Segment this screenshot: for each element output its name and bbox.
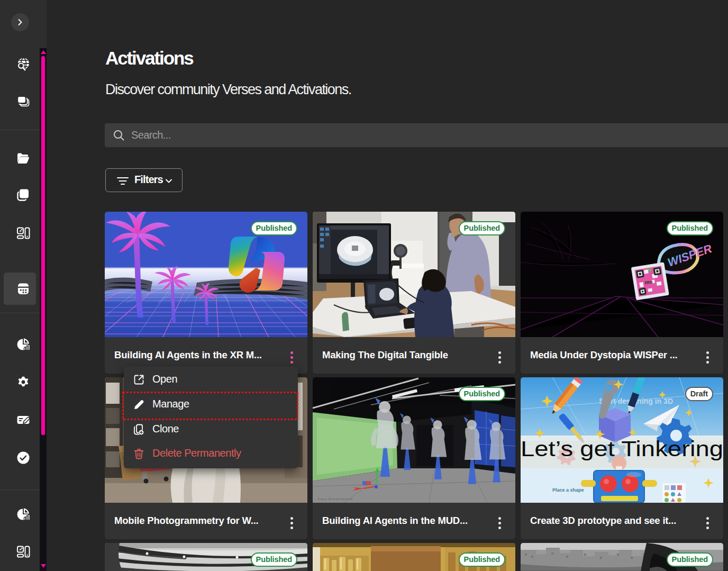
svg-text:Place a shape: Place a shape — [552, 487, 584, 493]
svg-text:mu: mu — [644, 278, 653, 285]
svg-text:Let’s get Tinkering: Let’s get Tinkering — [521, 437, 723, 460]
svg-text:Frame 3D and Softworld: Frame 3D and Softworld — [318, 497, 352, 501]
